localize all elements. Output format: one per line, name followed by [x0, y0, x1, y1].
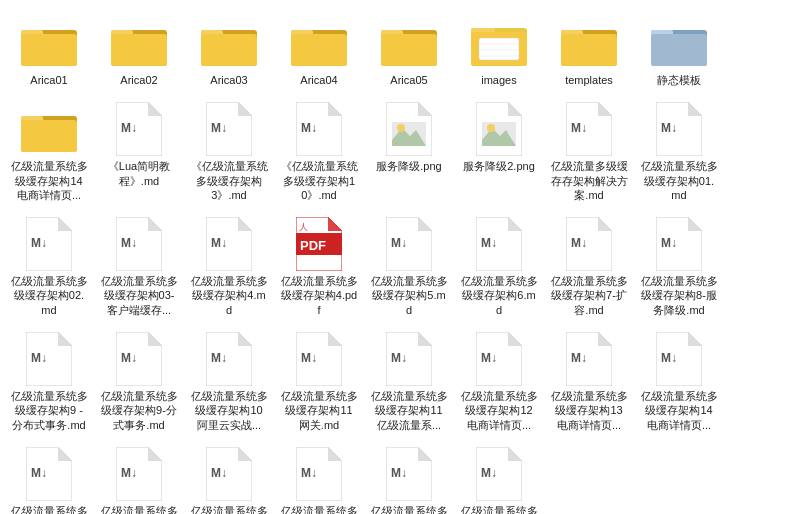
file-item-13[interactable]: 服务降级.png — [365, 96, 453, 209]
file-label-3: Arica03 — [210, 73, 247, 87]
svg-text:PDF: PDF — [300, 238, 326, 253]
file-item-24[interactable]: M↓ 亿级流量系统多级缓存架构8-服务降级.md — [635, 211, 723, 324]
file-item-22[interactable]: M↓ 亿级流量系统多级缓存架构6.md — [455, 211, 543, 324]
file-item-20[interactable]: PDF 人 亿级流量系统多级缓存架构4.pdf — [275, 211, 363, 324]
file-icon-25: M↓ — [21, 333, 77, 385]
file-label-31: 亿级流量系统多级缓存架构13 电商详情页... — [550, 389, 628, 432]
file-item-11[interactable]: M↓ 《亿级流量系统多级缓存架构3》.md — [185, 96, 273, 209]
file-icon-36: M↓ — [291, 448, 347, 500]
svg-marker-72 — [418, 217, 432, 231]
file-icon-26: M↓ — [111, 333, 167, 385]
file-item-17[interactable]: M↓ 亿级流量系统多级缓存架构02.md — [5, 211, 93, 324]
file-label-6: images — [481, 73, 516, 87]
file-label-19: 亿级流量系统多级缓存架构4.md — [190, 274, 268, 317]
file-item-14[interactable]: 服务降级2.png — [455, 96, 543, 209]
svg-text:M↓: M↓ — [31, 236, 47, 250]
file-item-28[interactable]: M↓ 亿级流量系统多级缓存架构11 网关.md — [275, 326, 363, 439]
file-label-20: 亿级流量系统多级缓存架构4.pdf — [280, 274, 358, 317]
file-item-12[interactable]: M↓ 《亿级流量系统多级缓存架构10》.md — [275, 96, 363, 209]
file-label-34: 亿级流量系统多级缓存架构15 静态文件生... — [100, 504, 178, 514]
file-item-31[interactable]: M↓ 亿级流量系统多级缓存架构13 电商详情页... — [545, 326, 633, 439]
svg-text:M↓: M↓ — [661, 121, 677, 135]
file-item-6[interactable]: images — [455, 10, 543, 94]
file-icon-10: M↓ — [111, 103, 167, 155]
svg-rect-18 — [479, 38, 519, 60]
file-item-19[interactable]: M↓ 亿级流量系统多级缓存架构4.md — [185, 211, 273, 324]
file-item-8[interactable]: 静态模板 — [635, 10, 723, 94]
svg-text:M↓: M↓ — [31, 466, 47, 480]
file-label-33: 亿级流量系统多级缓存架构14 静态文件生... — [10, 504, 88, 514]
file-item-26[interactable]: M↓ 亿级流量系统多级缓存架构9-分式事务.md — [95, 326, 183, 439]
svg-marker-63 — [238, 217, 252, 231]
file-item-4[interactable]: Arica04 — [275, 10, 363, 94]
file-item-18[interactable]: M↓ 亿级流量系统多级缓存架构03- 客户端缓存... — [95, 211, 183, 324]
file-icon-23: M↓ — [561, 218, 617, 270]
svg-rect-2 — [21, 34, 77, 66]
file-item-34[interactable]: M↓ 亿级流量系统多级缓存架构15 静态文件生... — [95, 441, 183, 514]
svg-text:M↓: M↓ — [301, 351, 317, 365]
file-item-33[interactable]: M↓ 亿级流量系统多级缓存架构14 静态文件生... — [5, 441, 93, 514]
file-item-38[interactable]: M↓ 亿级流量系统多级缓存架构19 静态文件生... — [455, 441, 543, 514]
svg-text:M↓: M↓ — [481, 466, 497, 480]
file-item-27[interactable]: M↓ 亿级流量系统多级缓存架构10 阿里云实战... — [185, 326, 273, 439]
svg-text:M↓: M↓ — [391, 466, 407, 480]
file-label-27: 亿级流量系统多级缓存架构10 阿里云实战... — [190, 389, 268, 432]
svg-marker-117 — [328, 447, 342, 461]
file-item-21[interactable]: M↓ 亿级流量系统多级缓存架构5.md — [365, 211, 453, 324]
file-item-15[interactable]: M↓ 亿级流量多级缓存存架构解决方案.md — [545, 96, 633, 209]
file-item-35[interactable]: M↓ 亿级流量系统多级缓存架构16 静态文件生... — [185, 441, 273, 514]
file-item-7[interactable]: templates — [545, 10, 633, 94]
file-item-25[interactable]: M↓ 亿级流量系统多级缓存架构9 -分布式事务.md — [5, 326, 93, 439]
file-item-23[interactable]: M↓ 亿级流量系统多级缓存架构7-扩容.md — [545, 211, 633, 324]
file-item-3[interactable]: Arica03 — [185, 10, 273, 94]
file-label-30: 亿级流量系统多级缓存架构12 电商详情页... — [460, 389, 538, 432]
file-item-37[interactable]: M↓ 亿级流量系统多级缓存架构18 静态文件生... — [365, 441, 453, 514]
file-icon-29: M↓ — [381, 333, 437, 385]
file-label-38: 亿级流量系统多级缓存架构19 静态文件生... — [460, 504, 538, 514]
svg-rect-5 — [111, 34, 167, 66]
svg-rect-14 — [381, 34, 437, 66]
file-item-10[interactable]: M↓ 《Lua简明教程》.md — [95, 96, 183, 209]
file-icon-1 — [21, 17, 77, 69]
file-label-29: 亿级流量系统多级缓存架构11 亿级流量系... — [370, 389, 448, 432]
file-item-16[interactable]: M↓ 亿级流量系统多级缓存架构01.md — [635, 96, 723, 209]
file-label-4: Arica04 — [300, 73, 337, 87]
file-item-36[interactable]: M↓ 亿级流量系统多级缓存架构17 静态文件生... — [275, 441, 363, 514]
svg-text:M↓: M↓ — [481, 351, 497, 365]
file-item-1[interactable]: Arica01 — [5, 10, 93, 94]
file-label-26: 亿级流量系统多级缓存架构9-分式事务.md — [100, 389, 178, 432]
svg-marker-114 — [238, 447, 252, 461]
file-label-10: 《Lua简明教程》.md — [100, 159, 178, 188]
file-label-9: 亿级流量系统多级缓存架构14 电商详情页... — [10, 159, 88, 202]
file-label-14: 服务降级2.png — [463, 159, 535, 173]
file-icon-2 — [111, 17, 167, 69]
file-item-32[interactable]: M↓ 亿级流量系统多级缓存架构14 电商详情页... — [635, 326, 723, 439]
file-icon-17: M↓ — [21, 218, 77, 270]
file-item-5[interactable]: Arica05 — [365, 10, 453, 94]
file-icon-22: M↓ — [471, 218, 527, 270]
svg-marker-96 — [418, 332, 432, 346]
file-label-5: Arica05 — [390, 73, 427, 87]
file-item-29[interactable]: M↓ 亿级流量系统多级缓存架构11 亿级流量系... — [365, 326, 453, 439]
file-icon-28: M↓ — [291, 333, 347, 385]
svg-text:M↓: M↓ — [571, 121, 587, 135]
file-label-2: Arica02 — [120, 73, 157, 87]
file-item-9[interactable]: 亿级流量系统多级缓存架构14 电商详情页... — [5, 96, 93, 209]
svg-text:M↓: M↓ — [211, 351, 227, 365]
file-label-22: 亿级流量系统多级缓存架构6.md — [460, 274, 538, 317]
svg-rect-27 — [651, 34, 707, 66]
svg-text:M↓: M↓ — [121, 121, 137, 135]
file-item-2[interactable]: Arica02 — [95, 10, 183, 94]
file-item-30[interactable]: M↓ 亿级流量系统多级缓存架构12 电商详情页... — [455, 326, 543, 439]
svg-text:M↓: M↓ — [301, 466, 317, 480]
svg-rect-8 — [201, 34, 257, 66]
file-label-16: 亿级流量系统多级缓存架构01.md — [640, 159, 718, 202]
svg-text:人: 人 — [299, 222, 308, 232]
file-icon-34: M↓ — [111, 448, 167, 500]
file-grid: Arica01 Arica02 Arica03 Arica04 Arica05 … — [0, 0, 796, 514]
file-icon-19: M↓ — [201, 218, 257, 270]
file-icon-14 — [471, 103, 527, 155]
file-icon-21: M↓ — [381, 218, 437, 270]
file-label-18: 亿级流量系统多级缓存架构03- 客户端缓存... — [100, 274, 178, 317]
file-label-24: 亿级流量系统多级缓存架构8-服务降级.md — [640, 274, 718, 317]
